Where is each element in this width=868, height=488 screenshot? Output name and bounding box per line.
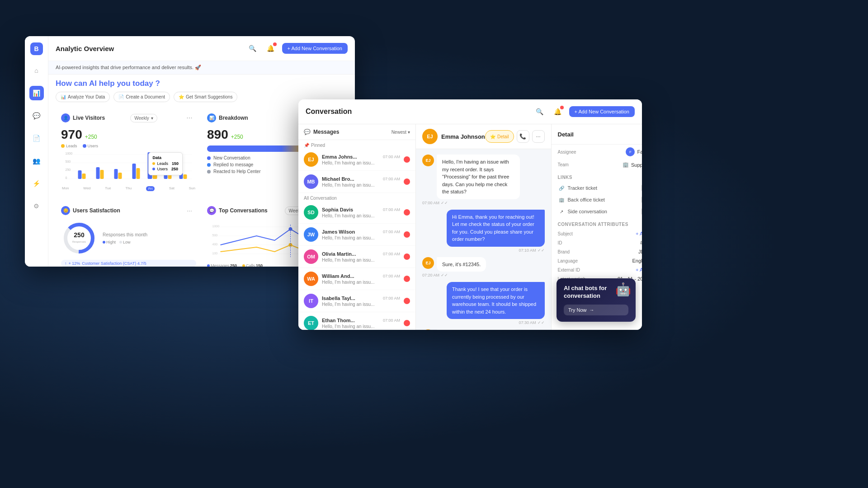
messages-list: 💬 Messages Newest ▾ 📌 Pinned EJ Emma Joh… [298, 124, 416, 330]
assignee-avatar: F [626, 147, 635, 156]
try-now-button[interactable]: Try Now → [564, 305, 628, 315]
detail-badge[interactable]: ⭐ Detail [485, 130, 514, 143]
chat-contact-header: EJ Emma Johnson ⭐ Detail 📞 ··· [416, 124, 551, 149]
conv-header: Conversation 🔍 🔔 + Add New Conversation [298, 99, 642, 124]
brand-row: Brand JDM [552, 247, 642, 256]
add-conversation-button[interactable]: + Add New Conversation [282, 43, 348, 54]
all-msg-2[interactable]: OM Olivia Martin...07:00 AMHello, I'm ha… [298, 246, 415, 268]
svg-text:1000: 1000 [66, 152, 73, 155]
svg-rect-10 [96, 167, 100, 179]
chat-msg-time-3: 07:30 AM ✓✓ [519, 320, 544, 325]
sidebar-icon-users[interactable]: 👥 [29, 154, 44, 168]
live-visitors-count: 970 [61, 127, 82, 142]
links-section-header[interactable]: LINKS ▾ [552, 170, 642, 182]
chat-contact-avatar: EJ [422, 129, 438, 144]
satisfaction-icon: 😊 [61, 206, 70, 215]
notification-button[interactable]: 🔔 [264, 42, 278, 55]
side-conv-icon: ↗ [558, 208, 565, 215]
app-logo[interactable]: B [30, 42, 43, 55]
conv-add-button[interactable]: + Add New Conversation [569, 106, 635, 117]
sidebar-icon-settings[interactable]: ⚙ [29, 199, 44, 213]
msg-avatar-4: OM [304, 249, 318, 264]
chat-bubble-3: Thank you! I see that your order is curr… [447, 282, 544, 319]
breakdown-title: Breakdown [219, 115, 248, 121]
messages-label: Messages [313, 129, 339, 135]
ai-banner: AI-powered insights that drive performan… [48, 61, 355, 75]
chat-msg-0: EJ Hello, I'm having an issue with my re… [422, 155, 520, 205]
sidebar-icon-lightning[interactable]: ⚡ [29, 176, 44, 191]
all-msg-4[interactable]: IT Isabella Tayl...07:00 AMHello, I'm ha… [298, 290, 415, 312]
analytics-title: Analytic Overview [56, 45, 114, 52]
chat-msg-avatar-2: EJ [422, 257, 434, 269]
chat-bubble-2: Sure, it's #12345. [437, 257, 486, 272]
conv-notif-button[interactable]: 🔔 [551, 105, 565, 118]
analyze-data-btn[interactable]: 📊 Analyze Your Data [56, 92, 110, 102]
msg-avatar-6: IT [304, 294, 318, 308]
all-msg-1[interactable]: JW James Wilson07:00 AMHello, I'm having… [298, 224, 415, 246]
close-detail-button[interactable]: ✕ [640, 130, 642, 139]
svg-text:Responses: Responses [72, 240, 86, 243]
svg-rect-9 [82, 174, 86, 179]
smart-suggestions-btn[interactable]: ⭐ Get Smart Suggestions [174, 92, 237, 102]
conv-attrs-section-header[interactable]: CONVERSATION ATTRIBUTES ▾ [552, 217, 642, 229]
add-external-btn[interactable]: + Add [636, 267, 642, 272]
sidebar-icon-home[interactable]: ⌂ [29, 63, 44, 78]
conv-search-button[interactable]: 🔍 [533, 105, 547, 118]
analytics-header: Analytic Overview 🔍 🔔 + Add New Conversa… [48, 36, 355, 61]
breakdown-delta: +250 [231, 134, 243, 140]
messages-list-header: 💬 Messages Newest ▾ [298, 124, 415, 140]
all-msg-5[interactable]: ET Ethan Thom...07:00 AMHello, I'm havin… [298, 312, 415, 330]
satisfaction-more[interactable]: ··· [183, 204, 196, 217]
all-msg-0[interactable]: SD Sophia Davis07:00 AMHello, I'm having… [298, 202, 415, 224]
svg-rect-15 [137, 168, 140, 179]
svg-rect-12 [114, 169, 118, 179]
chat-area: EJ Emma Johnson ⭐ Detail 📞 ··· EJ [416, 124, 551, 330]
top-conv-title: Top Conversations [219, 207, 268, 214]
gauge-subtitle: Responses this month [103, 232, 147, 237]
add-side-conv-btn[interactable]: + [642, 208, 642, 215]
days-row: Mon Wed Tue Thu Fri Sat Sun [61, 186, 196, 191]
id-row: ID #17 [552, 238, 642, 247]
add-backoffice-btn[interactable]: + [642, 196, 642, 203]
live-visitors-delta: +250 [85, 134, 97, 140]
sort-select[interactable]: Newest ▾ [392, 130, 410, 135]
live-visitors-icon: 👤 [61, 113, 70, 122]
msg-avatar-7: ET [304, 316, 318, 330]
search-button[interactable]: 🔍 [246, 42, 259, 55]
sidebar-icon-docs[interactable]: 📄 [29, 131, 44, 145]
chat-msg-avatar-4: EJ [422, 329, 434, 330]
pinned-msg-1[interactable]: MB Michael Bro... 07:00 AM Hello, I'm ha… [298, 171, 415, 193]
svg-rect-11 [100, 170, 104, 179]
detail-panel-header: Detail ✕ [552, 124, 642, 145]
chat-bubble-0: Hello, I'm having an issue with my recen… [437, 155, 520, 199]
call-button[interactable]: 📞 [517, 130, 529, 143]
svg-text:1000: 1000 [212, 225, 220, 228]
top-conv-icon: 💬 [207, 206, 216, 215]
detail-panel-title: Detail [558, 131, 574, 138]
add-subject-btn[interactable]: + Add [636, 231, 642, 236]
msg-unread-badge-1 [404, 178, 410, 185]
add-tracker-btn[interactable]: + [642, 184, 642, 192]
ai-bot-illustration: 🤖 [615, 282, 631, 297]
live-visitors-title: Live Visitors [73, 115, 105, 121]
chat-contact-name: Emma Johnson [441, 133, 485, 140]
backoffice-icon: 🏢 [558, 196, 565, 203]
sidebar-icon-chat[interactable]: 💬 [29, 108, 44, 123]
ai-question: How can AI help you today ? [56, 79, 348, 88]
live-visitors-period[interactable]: Weekly ▾ [130, 114, 157, 122]
svg-rect-8 [78, 170, 82, 179]
create-doc-btn[interactable]: 📄 Create a Document [113, 92, 170, 102]
msg-info-1: Michael Bro... 07:00 AM Hello, I'm havin… [322, 176, 400, 188]
conversation-window: Conversation 🔍 🔔 + Add New Conversation … [298, 99, 642, 330]
assignee-row: Assignee F Fajar [552, 145, 642, 159]
subject-row: Subject + Add [552, 229, 642, 238]
live-visitors-card: 👤 Live Visitors Weekly ▾ ··· 970 +250 Le… [56, 107, 202, 196]
svg-text:250: 250 [66, 168, 71, 171]
pinned-msg-0[interactable]: EJ Emma Johns... 07:00 AM Hello, I'm hav… [298, 149, 415, 171]
all-msg-3[interactable]: WA William And...07:00 AMHello, I'm havi… [298, 268, 415, 290]
sidebar-icon-analytics[interactable]: 📊 [29, 86, 44, 100]
msg-unread-badge-4 [404, 253, 410, 260]
more-button[interactable]: ··· [532, 130, 545, 143]
live-visitors-more[interactable]: ··· [183, 111, 196, 125]
msg-avatar-2: SD [304, 205, 318, 220]
